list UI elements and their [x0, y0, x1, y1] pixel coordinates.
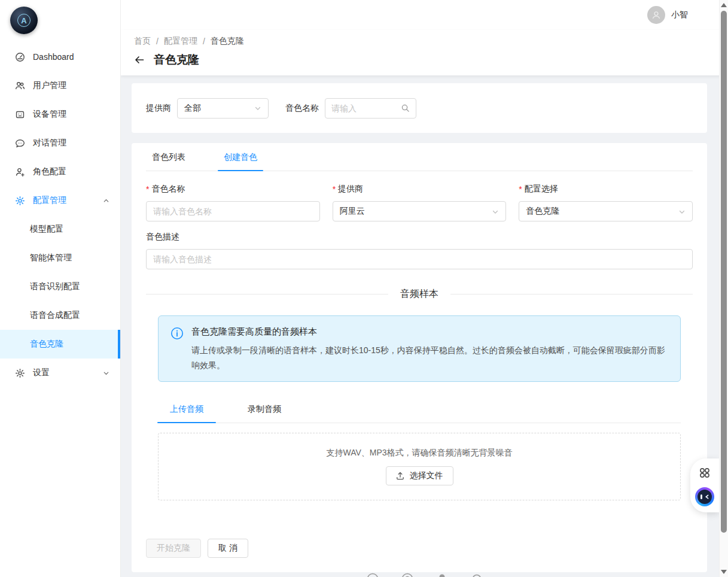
sidebar-item-label: 对话管理 — [33, 138, 66, 148]
chevron-down-icon — [103, 370, 109, 376]
scroll-up-arrow[interactable] — [721, 3, 727, 7]
cancel-button[interactable]: 取 消 — [208, 539, 248, 558]
sidebar-item-device-management[interactable]: 设备管理 — [0, 100, 120, 129]
breadcrumb-home[interactable]: 首页 — [134, 36, 151, 47]
info-icon — [170, 327, 184, 340]
chat-icon — [15, 138, 25, 148]
breadcrumb-current: 音色克隆 — [211, 36, 244, 47]
required-mark: * — [519, 184, 522, 194]
sidebar-subitem-label: 语音合成配置 — [30, 310, 80, 321]
chevron-up-icon — [103, 198, 109, 204]
form-actions: 开始克隆 取 消 — [146, 539, 693, 558]
start-clone-button[interactable]: 开始克隆 — [146, 539, 201, 558]
alert-title: 音色克隆需要高质量的音频样本 — [191, 326, 668, 338]
sidebar-item-config-management[interactable]: 配置管理 — [0, 186, 120, 215]
apps-grid-icon[interactable] — [698, 466, 711, 479]
sidebar-subitem-label: 音色克隆 — [30, 339, 63, 350]
tab-upload-audio[interactable]: 上传音频 — [168, 395, 205, 423]
provider-label: * 提供商 — [333, 184, 507, 195]
tab-voice-list[interactable]: 音色列表 — [146, 143, 191, 171]
gear-icon — [15, 368, 25, 378]
footer-gear-icon[interactable] — [470, 572, 483, 577]
user-plus-icon — [15, 167, 25, 177]
scroll-down-arrow[interactable] — [721, 570, 727, 574]
voice-name-filter-label: 音色名称 — [285, 103, 319, 114]
upload-hint: 支持WAV、MP3格式，请确保音频清晰无背景噪音 — [326, 448, 512, 458]
breadcrumb-config[interactable]: 配置管理 — [164, 36, 197, 47]
tab-label: 上传音频 — [170, 404, 203, 414]
config-select-value: 音色克隆 — [526, 206, 559, 217]
sidebar-item-settings[interactable]: 设置 — [0, 359, 120, 387]
audio-sample-title: 音频样本 — [400, 288, 438, 300]
sidebar-subitem-agent-management[interactable]: 智能体管理 — [0, 244, 120, 272]
user-menu[interactable]: 小智 — [647, 6, 688, 24]
sidebar-subitem-voice-clone[interactable]: 音色克隆 — [0, 330, 120, 359]
provider-filter-value: 全部 — [184, 103, 201, 114]
voice-desc-input[interactable] — [153, 254, 686, 264]
tab-label: 录制音频 — [248, 404, 281, 414]
config-select[interactable]: 音色克隆 — [519, 201, 693, 221]
robot-assistant-icon[interactable] — [695, 487, 714, 506]
provider-filter-label: 提供商 — [146, 103, 171, 114]
scrollbar-thumb[interactable] — [721, 11, 727, 533]
sidebar-subitem-tts-config[interactable]: 语音合成配置 — [0, 301, 120, 330]
app-logo[interactable]: A — [10, 7, 38, 34]
voice-name-input[interactable] — [153, 206, 313, 216]
choose-file-button[interactable]: 选择文件 — [386, 466, 453, 485]
sidebar-subitem-asr-config[interactable]: 语音识别配置 — [0, 272, 120, 301]
sidebar-menu: Dashboard 用户管理 设备管理 对话管理 — [0, 42, 120, 387]
provider-select[interactable]: 阿里云 — [333, 201, 507, 221]
chevron-down-icon — [492, 208, 499, 215]
sidebar-item-dashboard[interactable]: Dashboard — [0, 42, 120, 71]
footer-circle-icon[interactable] — [366, 572, 379, 577]
page-header: 首页 / 配置管理 / 音色克隆 音色克隆 — [121, 30, 728, 75]
upload-icon — [396, 472, 404, 480]
voice-clone-card: 音色列表 创建音色 * 音色名称 — [132, 143, 707, 572]
page-scrollbar[interactable] — [719, 0, 728, 577]
divider-line — [450, 294, 693, 294]
footer-user-icon[interactable] — [435, 572, 449, 577]
tab-create-voice[interactable]: 创建音色 — [218, 143, 263, 171]
alert-body: 音色克隆需要高质量的音频样本 请上传或录制一段清晰的语音样本，建议时长10-15… — [191, 326, 668, 372]
sidebar-item-role-config[interactable]: 角色配置 — [0, 157, 120, 186]
voice-name-label: * 音色名称 — [146, 184, 320, 195]
field-label-text: 音色名称 — [151, 184, 185, 195]
sidebar-item-conversation-management[interactable]: 对话管理 — [0, 129, 120, 157]
provider-select-value: 阿里云 — [340, 206, 365, 217]
sidebar-subitem-label: 模型配置 — [30, 224, 63, 235]
sidebar-subitem-label: 语音识别配置 — [30, 281, 80, 292]
choose-file-label: 选择文件 — [410, 470, 443, 481]
provider-filter-select[interactable]: 全部 — [177, 98, 269, 119]
required-mark: * — [333, 184, 336, 194]
tab-record-audio[interactable]: 录制音频 — [246, 395, 283, 423]
create-voice-form: * 音色名称 * 提供商 阿里云 — [146, 184, 693, 221]
username: 小智 — [671, 10, 688, 20]
gear-icon — [15, 196, 25, 206]
back-arrow-icon[interactable] — [134, 54, 145, 65]
config-select-label: * 配置选择 — [519, 184, 693, 195]
sidebar: A Dashboard 用户管理 设备管理 — [0, 0, 121, 577]
voice-desc-label: 音色描述 — [146, 232, 693, 242]
voice-name-search-input[interactable] — [331, 104, 397, 113]
voice-name-field: * 音色名称 — [146, 184, 320, 221]
footer-circle-dot-icon[interactable] — [401, 572, 414, 577]
sidebar-item-user-management[interactable]: 用户管理 — [0, 71, 120, 100]
config-select-field: * 配置选择 音色克隆 — [519, 184, 693, 221]
audio-tabs: 上传音频 录制音频 — [158, 395, 681, 423]
sidebar-item-label: 设备管理 — [33, 109, 66, 120]
sidebar-item-label: 配置管理 — [33, 195, 66, 206]
sidebar-subitem-model-config[interactable]: 模型配置 — [0, 215, 120, 244]
voice-name-search-field — [325, 98, 416, 119]
provider-field: * 提供商 阿里云 — [333, 184, 507, 221]
upload-dropzone[interactable]: 支持WAV、MP3格式，请确保音频清晰无背景噪音 选择文件 — [158, 433, 681, 500]
info-alert: 音色克隆需要高质量的音频样本 请上传或录制一段清晰的语音样本，建议时长10-15… — [158, 315, 681, 382]
breadcrumb: 首页 / 配置管理 / 音色克隆 — [134, 36, 714, 47]
sidebar-item-label: 用户管理 — [33, 80, 66, 91]
search-icon[interactable] — [401, 104, 410, 113]
voice-name-input-wrap — [146, 201, 320, 221]
device-icon — [15, 110, 25, 120]
required-mark: * — [146, 184, 149, 194]
alert-description: 请上传或录制一段清晰的语音样本，建议时长10-15秒，内容保持平稳自然。过长的音… — [191, 343, 668, 372]
audio-sample-divider: 音频样本 — [146, 288, 693, 300]
divider-line — [146, 294, 388, 294]
